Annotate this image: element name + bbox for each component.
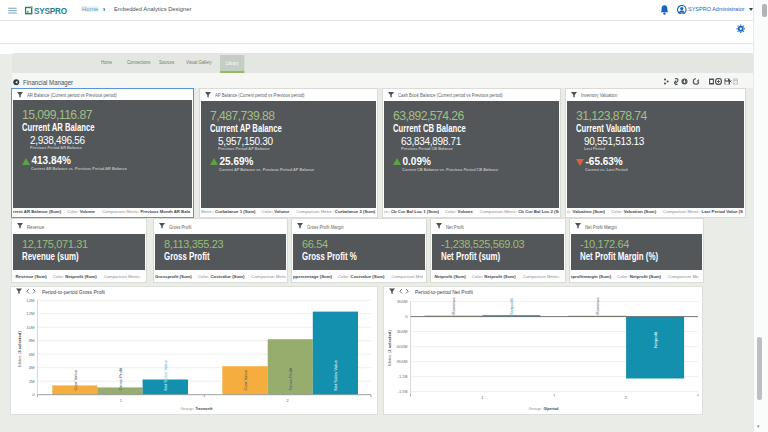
svg-text:Gross Profit: Gross Profit [288, 367, 293, 390]
svg-text:Netprofit: Netprofit [653, 330, 658, 347]
svg-text:2: 2 [286, 397, 289, 402]
svg-text:Cost Value: Cost Value [243, 369, 248, 390]
svg-text:6M: 6M [29, 351, 35, 356]
svg-text:1: 1 [120, 397, 123, 402]
svg-text:1: 1 [481, 395, 484, 400]
svg-text:Cost Value: Cost Value [73, 369, 78, 390]
svg-text:Revenue: Revenue [451, 296, 456, 314]
svg-text:Period-to-period Net Profit: Period-to-period Net Profit [415, 288, 473, 294]
svg-text:-600M: -600M [396, 344, 408, 349]
svg-text:Metric (3 selected): Metric (3 selected) [17, 330, 22, 366]
svg-text:8M: 8M [29, 338, 35, 343]
svg-text:Glperiod: Glperiod [544, 405, 559, 410]
svg-text:SYSPRO: SYSPRO [34, 6, 68, 14]
svg-text:-1.5B: -1.5B [397, 389, 407, 394]
svg-text:2: 2 [625, 395, 628, 400]
svg-text:Group:: Group: [181, 405, 194, 410]
svg-text:300M: 300M [397, 299, 408, 304]
svg-text:12M: 12M [26, 311, 35, 316]
svg-text:Tranmonth: Tranmonth [196, 405, 213, 410]
svg-text:10M: 10M [26, 324, 35, 329]
svg-text:2M: 2M [29, 378, 35, 383]
svg-text:Gross Profit: Gross Profit [118, 367, 123, 390]
svg-text:Netprofit: Netprofit [509, 297, 514, 314]
svg-text:-300M: -300M [396, 329, 408, 334]
svg-text:Group:: Group: [529, 405, 542, 410]
svg-text:-900M: -900M [396, 359, 408, 364]
svg-text:Metric (2 selected): Metric (2 selected) [387, 329, 392, 365]
svg-text:4M: 4M [29, 365, 35, 370]
svg-text:0: 0 [32, 392, 35, 397]
svg-text:Revenue: Revenue [595, 296, 600, 314]
svg-text:Net Sales Value: Net Sales Value [333, 359, 338, 390]
svg-text:Period-to-period Gross Profit: Period-to-period Gross Profit [42, 288, 105, 294]
svg-text:14M: 14M [26, 297, 35, 302]
svg-text:0: 0 [405, 314, 408, 319]
svg-text:-1.2B: -1.2B [397, 374, 407, 379]
